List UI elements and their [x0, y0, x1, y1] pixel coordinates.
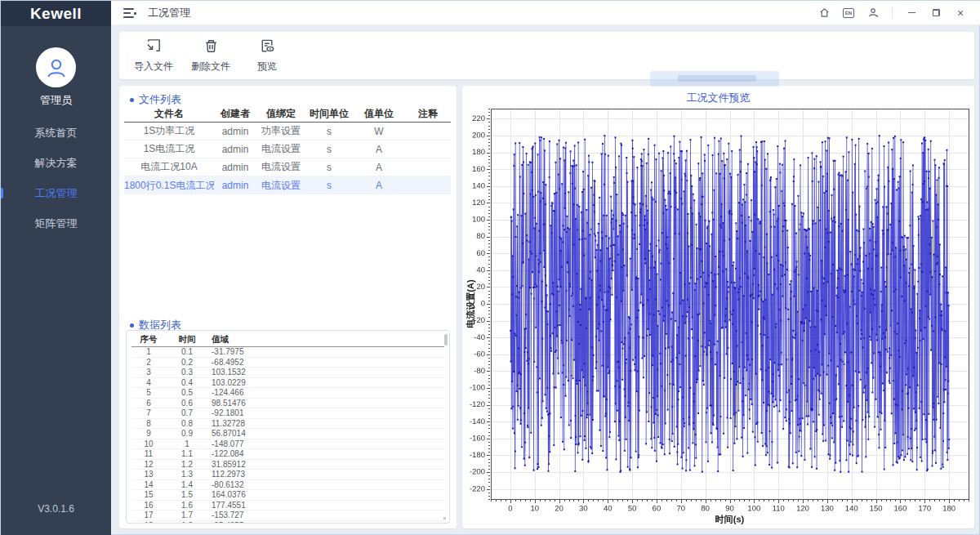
- data-cell: 1.4: [166, 480, 208, 489]
- file-row-0[interactable]: 1S功率工况admin功率设置sW: [124, 123, 451, 140]
- restore-icon[interactable]: [925, 4, 947, 22]
- file-cell: admin: [214, 126, 256, 137]
- data-row-12[interactable]: 131.3112.2973: [131, 470, 444, 480]
- file-cell: 功率设置: [256, 124, 305, 138]
- sidebar-item-3[interactable]: 矩阵管理: [1, 208, 111, 239]
- data-row-10[interactable]: 111.1-122.084: [131, 449, 444, 460]
- file-row-3[interactable]: 1800行0.1S电流工况admin电流设置sA: [124, 176, 451, 194]
- toolbar: 导入文件删除文件预览: [119, 32, 974, 79]
- data-cell: 7: [131, 408, 166, 417]
- data-row-8[interactable]: 90.956.87014: [131, 429, 444, 439]
- file-col-header: 注释: [405, 107, 451, 121]
- file-table: 文件名创建者值绑定时间单位值单位注释 1S功率工况admin功率设置sW1S电流…: [124, 106, 451, 194]
- sidebar-menu: 系统首页解决方案工况管理矩阵管理: [1, 118, 111, 239]
- data-row-7[interactable]: 80.811.32728: [131, 419, 444, 430]
- data-cell: 9: [131, 429, 166, 438]
- file-cell: A: [353, 144, 405, 155]
- language-icon[interactable]: EN: [838, 4, 859, 22]
- file-cell: s: [305, 180, 353, 191]
- preview-chart-canvas: [464, 99, 972, 527]
- data-row-1[interactable]: 20.2-68.4952: [131, 358, 444, 368]
- data-row-6[interactable]: 70.7-92.1801: [131, 408, 444, 419]
- titlebar: 工况管理 EN ×: [111, 1, 980, 25]
- avatar: [36, 47, 76, 87]
- data-cell: -92.1801: [208, 408, 261, 417]
- data-row-15[interactable]: 161.6177.4551: [131, 501, 444, 511]
- file-cell: 电流工况10A: [124, 160, 214, 174]
- home-icon[interactable]: [813, 4, 835, 22]
- toolbar-button-1[interactable]: 删除文件: [191, 38, 230, 74]
- data-cell: 15: [131, 490, 166, 499]
- file-col-header: 创建者: [214, 107, 256, 121]
- close-icon[interactable]: ×: [950, 4, 971, 22]
- data-cell: 0.7: [166, 408, 208, 417]
- user-name: 管理员: [1, 93, 111, 108]
- data-col-header: 序号: [131, 334, 166, 346]
- sidebar-item-2[interactable]: 工况管理: [1, 178, 111, 208]
- data-row-0[interactable]: 10.1-31.7975: [131, 347, 444, 358]
- data-cell: 6: [131, 399, 166, 408]
- file-table-body: 1S功率工况admin功率设置sW1S电流工况admin电流设置sA电流工况10…: [124, 123, 451, 194]
- preview-panel: 工况文件预览: [462, 86, 974, 528]
- data-row-16[interactable]: 171.7-153.727: [131, 510, 444, 521]
- data-cell: 0.3: [166, 368, 208, 377]
- data-cell: 13: [131, 470, 166, 479]
- data-cell: 112.2973: [208, 470, 261, 479]
- data-row-11[interactable]: 121.231.85912: [131, 460, 444, 470]
- data-cell: 17: [131, 510, 166, 519]
- data-row-13[interactable]: 141.4-80.6132: [131, 480, 444, 491]
- data-cell: -122.084: [208, 449, 261, 458]
- toolbar-button-2[interactable]: 预览: [248, 38, 286, 74]
- sidebar-item-label: 解决方案: [35, 156, 78, 171]
- file-cell: 电流设置: [256, 179, 305, 193]
- file-row-2[interactable]: 电流工况10Aadmin电流设置sA: [124, 158, 451, 176]
- titlebar-actions: EN ×: [813, 4, 980, 22]
- file-cell: admin: [214, 180, 256, 191]
- sidebar-item-1[interactable]: 解决方案: [1, 148, 111, 178]
- data-table-body: 10.1-31.797520.2-68.495230.3103.153240.4…: [131, 347, 444, 524]
- sidebar-item-label: 工况管理: [35, 186, 78, 201]
- data-cell: 11: [131, 449, 166, 458]
- data-row-4[interactable]: 50.5-124.466: [131, 388, 444, 399]
- data-cell: -124.466: [208, 388, 261, 397]
- data-table-scrollbar[interactable]: [444, 334, 448, 346]
- data-cell: 1.1: [166, 449, 208, 458]
- data-cell: 0.1: [166, 347, 208, 356]
- data-row-14[interactable]: 151.5164.0376: [131, 490, 444, 501]
- data-row-9[interactable]: 101-148.077: [131, 439, 444, 450]
- brand-logo: Kewell: [30, 5, 82, 23]
- data-cell: 14: [131, 480, 166, 489]
- data-table: 序号时间值域 10.1-31.797520.2-68.495230.3103.1…: [126, 330, 450, 524]
- toolbar-button-label: 删除文件: [191, 60, 230, 74]
- sidebar-item-0[interactable]: 系统首页: [1, 118, 111, 148]
- data-row-2[interactable]: 30.3103.1532: [131, 368, 444, 378]
- data-cell: -153.727: [208, 510, 261, 519]
- data-row-5[interactable]: 60.698.51476: [131, 399, 444, 409]
- file-cell: admin: [214, 144, 256, 155]
- data-table-header: 序号时间值域: [131, 333, 444, 347]
- data-cell: 11.32728: [208, 419, 261, 428]
- file-row-1[interactable]: 1S电流工况admin电流设置sA: [124, 140, 451, 158]
- sidebar: Kewell 管理员 系统首页解决方案工况管理矩阵管理 V3.0.1.6: [1, 1, 111, 535]
- user-icon[interactable]: [862, 4, 884, 22]
- ghost-overlay: [650, 71, 779, 87]
- data-cell: 103.0229: [208, 378, 261, 387]
- data-col-header: 值域: [208, 334, 261, 346]
- minimize-icon[interactable]: [901, 4, 922, 22]
- titlebar-divider: [892, 7, 893, 19]
- app-window: Kewell 管理员 系统首页解决方案工况管理矩阵管理 V3.0.1.6 工况管…: [0, 0, 980, 535]
- file-cell: s: [305, 126, 353, 137]
- file-data-panel: 文件列表 文件名创建者值绑定时间单位值单位注释 1S功率工况admin功率设置s…: [119, 86, 457, 528]
- user-avatar-icon: [44, 56, 69, 80]
- sidebar-item-label: 矩阵管理: [35, 216, 78, 231]
- data-cell: 103.1532: [208, 368, 261, 377]
- data-row-3[interactable]: 40.4103.0229: [131, 378, 444, 389]
- active-indicator: [1, 188, 3, 198]
- sidebar-collapse-icon[interactable]: [123, 7, 138, 19]
- data-cell: 0.4: [166, 378, 208, 387]
- file-table-header: 文件名创建者值绑定时间单位值单位注释: [124, 106, 451, 123]
- toolbar-button-0[interactable]: 导入文件: [134, 38, 173, 74]
- app-version: V3.0.1.6: [1, 503, 111, 515]
- file-cell: s: [305, 144, 353, 155]
- data-row-17[interactable]: 181.8-35.4355: [131, 521, 444, 524]
